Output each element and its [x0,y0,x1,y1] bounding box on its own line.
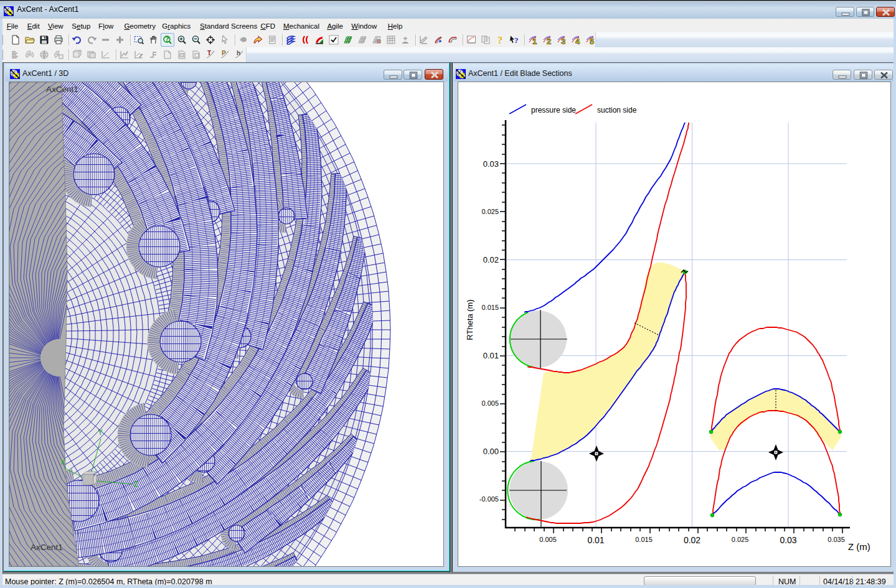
svg-text:P: P [222,50,226,57]
svg-text:2: 2 [547,37,551,45]
svg-text:0.015: 0.015 [481,304,499,311]
svg-text:0.00: 0.00 [483,447,499,456]
svg-text:-0.005: -0.005 [479,495,499,503]
svg-text:0.01: 0.01 [587,535,604,545]
svg-text:pressure side: pressure side [531,106,576,114]
svg-text:RTheta (m): RTheta (m) [465,299,474,340]
svg-text:?: ? [514,35,519,45]
svg-text:Y: Y [98,428,103,437]
svg-text:AxCent1: AxCent1 [46,85,78,94]
svg-text:AxCent1: AxCent1 [31,543,63,552]
svg-text:4: 4 [575,37,580,45]
svg-text:0.03: 0.03 [780,535,796,545]
svg-text:0.015: 0.015 [635,536,653,543]
svg-text:X: X [60,458,65,467]
svg-text:1: 1 [532,37,537,45]
svg-text:?: ? [165,35,169,44]
svg-text:0.005: 0.005 [481,399,499,407]
svg-text:5: 5 [590,37,594,45]
svg-text:0.035: 0.035 [828,536,845,543]
svg-text:0.02: 0.02 [483,255,499,264]
svg-text:0.01: 0.01 [483,351,499,360]
svg-text:0.005: 0.005 [539,536,557,543]
svg-text:0.02: 0.02 [684,535,700,545]
svg-text:Z: Z [134,480,138,488]
svg-text:T: T [207,50,211,57]
svg-text:?: ? [498,35,502,45]
svg-text:Z (m): Z (m) [848,541,870,552]
svg-text:0.025: 0.025 [732,536,749,543]
svg-text:0.025: 0.025 [481,208,499,215]
svg-text:0.03: 0.03 [483,159,499,169]
svg-text:suction side: suction side [597,106,637,114]
svg-text:3: 3 [561,37,565,45]
svg-text:h: h [237,50,240,57]
